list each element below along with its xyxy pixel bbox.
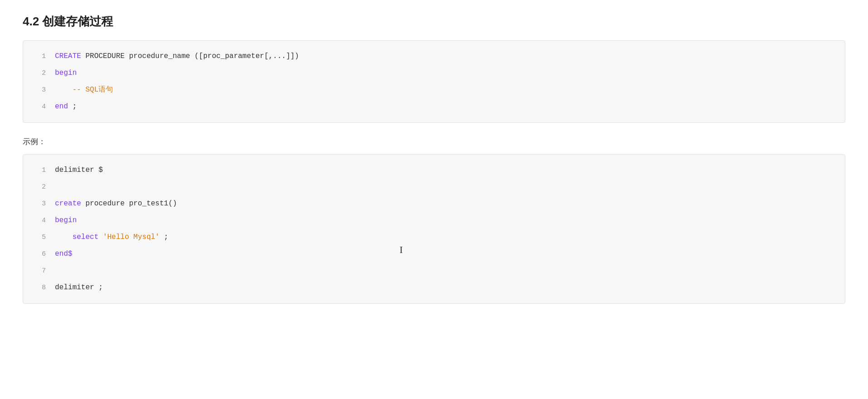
code-text: begin <box>55 212 77 229</box>
code-line: 3 create procedure pro_test1() <box>23 195 845 212</box>
code-text: CREATE PROCEDURE procedure_name ([proc_p… <box>55 48 299 64</box>
code-text: end$ <box>55 246 72 262</box>
page-title: 4.2 创建存储过程 <box>23 9 845 29</box>
code-line: 1 CREATE PROCEDURE procedure_name ([proc… <box>23 48 845 65</box>
code-text: end ; <box>55 98 77 115</box>
code-line: 2 begin <box>23 65 845 82</box>
string-value: 'Hello Mysql' <box>103 233 160 241</box>
code-text <box>55 263 59 279</box>
code-text: delimiter ; <box>55 279 103 296</box>
keyword-create: CREATE <box>55 52 81 60</box>
code-plain: PROCEDURE procedure_name ([proc_paramete… <box>81 52 299 60</box>
code-line: 7 <box>23 263 845 279</box>
syntax-code-content: 1 CREATE PROCEDURE procedure_name ([proc… <box>23 41 845 122</box>
code-line: 6 end$ <box>23 246 845 263</box>
code-plain: procedure pro_test1() <box>81 200 177 208</box>
code-text: create procedure pro_test1() <box>55 195 177 212</box>
code-plain <box>99 233 103 241</box>
keyword-select: select <box>55 233 99 241</box>
code-text: -- SQL语句 <box>55 82 113 98</box>
line-number: 2 <box>32 179 46 195</box>
keyword-end: end <box>55 102 72 111</box>
line-number: 2 <box>32 65 46 82</box>
code-text <box>55 179 59 195</box>
line-number: 6 <box>32 246 46 263</box>
line-number: 1 <box>32 162 46 179</box>
line-number: 4 <box>32 99 46 115</box>
code-plain: ; <box>72 102 77 111</box>
line-number: 8 <box>32 280 46 296</box>
code-line: 3 -- SQL语句 <box>23 82 845 98</box>
example-code-block: 1 delimiter $ 2 3 create procedure pro_t… <box>23 154 845 304</box>
keyword-create: create <box>55 200 81 208</box>
code-line: 8 delimiter ; <box>23 279 845 296</box>
line-number: 5 <box>32 229 46 246</box>
code-text: begin <box>55 65 77 81</box>
line-number: 3 <box>32 82 46 98</box>
example-code-content: 1 delimiter $ 2 3 create procedure pro_t… <box>23 155 845 303</box>
line-number: 4 <box>32 213 46 229</box>
line-number: 7 <box>32 263 46 279</box>
code-text: delimiter $ <box>55 162 103 178</box>
code-line: 4 end ; <box>23 98 845 115</box>
code-text: select 'Hello Mysql' ; <box>55 229 168 245</box>
line-number: 1 <box>32 49 46 65</box>
line-number: 3 <box>32 196 46 212</box>
code-plain: ; <box>159 233 168 241</box>
code-line: 2 <box>23 179 845 195</box>
code-line: 1 delimiter $ <box>23 162 845 179</box>
code-line: 4 begin <box>23 212 845 229</box>
example-label: 示例： <box>23 136 845 147</box>
syntax-code-block: 1 CREATE PROCEDURE procedure_name ([proc… <box>23 40 845 123</box>
code-line: 5 select 'Hello Mysql' ; <box>23 229 845 246</box>
